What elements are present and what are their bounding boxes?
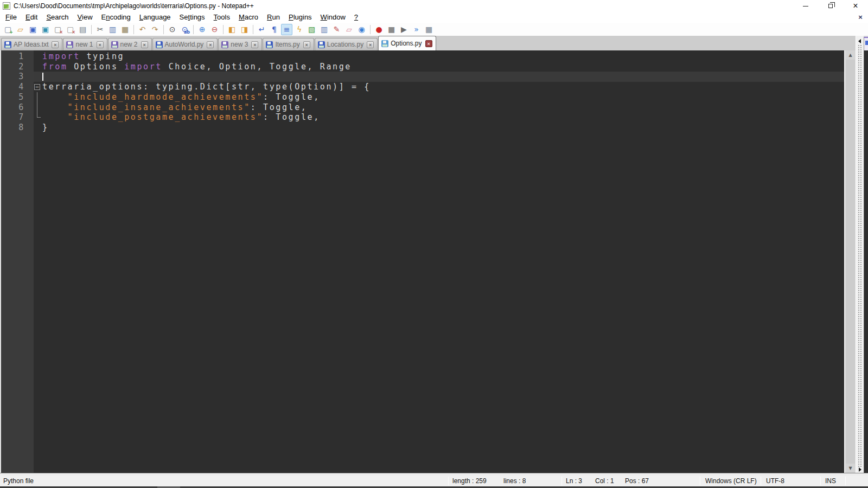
tab-new-2[interactable]: new 2× [108, 38, 152, 50]
macro-save-button[interactable]: ▦ [423, 24, 435, 35]
code-line-5[interactable]: 5 "include_hardmode_achievements": Toggl… [0, 92, 844, 102]
folder-as-workspace-button[interactable]: ▱ [343, 24, 355, 35]
menu-search[interactable]: Search [42, 12, 73, 23]
tab-options-py[interactable]: Options.py× [378, 36, 436, 50]
status-bar: Python file length : 259 lines : 8 Ln : … [0, 476, 868, 486]
new-file-button[interactable]: ▢+ [2, 24, 14, 35]
open-file-button[interactable]: ▱ [15, 24, 26, 35]
menu-language[interactable]: Language [135, 12, 175, 23]
token-plain: } [42, 123, 49, 132]
second-view-tab-fragment[interactable] [864, 37, 868, 50]
redo-button[interactable]: ↷ [149, 24, 161, 35]
scroll-up-icon[interactable]: ▲ [845, 50, 856, 60]
tab-close-icon[interactable]: × [303, 41, 310, 48]
cut-button[interactable]: ✂ [94, 24, 106, 35]
code-line-1[interactable]: 1import typing [0, 52, 844, 62]
close-button[interactable]: ▢× [52, 24, 63, 35]
restore-button[interactable] [818, 0, 843, 12]
menu-?[interactable]: ? [350, 12, 362, 23]
menu-run[interactable]: Run [263, 12, 284, 23]
macro-play-button[interactable]: ▶ [398, 24, 410, 35]
menu-settings[interactable]: Settings [175, 12, 209, 23]
find-button[interactable]: ⊙ [167, 24, 178, 35]
tab-close-icon[interactable]: × [425, 40, 432, 47]
undo-button[interactable]: ↶ [137, 24, 148, 35]
minimize-button[interactable] [793, 0, 818, 12]
document-list-button[interactable]: ▥ [318, 24, 330, 35]
close-button[interactable]: × [843, 0, 868, 12]
tab-autoworld-py[interactable]: AutoWorld.py× [152, 38, 218, 50]
code-line-8[interactable]: 8} [0, 123, 844, 133]
copy-button[interactable]: ▥ [107, 24, 118, 35]
macro-run-multiple-button[interactable]: » [411, 24, 422, 35]
save-button[interactable]: ▣ [27, 24, 39, 35]
tab-close-icon[interactable]: × [207, 41, 214, 48]
close-all-button[interactable]: ▢× [65, 24, 76, 35]
tab-new-3[interactable]: new 3× [218, 38, 262, 50]
tab-ap-ideas-txt[interactable]: AP Ideas.txt× [1, 38, 62, 50]
tab-items-py[interactable]: Items.py× [263, 38, 314, 50]
fold-guide-line [37, 102, 37, 113]
scroll-down-icon[interactable]: ▼ [845, 464, 856, 473]
function-list-button[interactable]: ϟ [293, 24, 305, 35]
tab-close-icon[interactable]: × [141, 41, 148, 48]
word-wrap-button[interactable]: ↵ [256, 24, 267, 35]
file-monitoring-icon: ◉ [358, 25, 365, 33]
tab-locations-py[interactable]: Locations.py× [315, 38, 378, 50]
code-line-7[interactable]: 7 "include_postgame_achievements": Toggl… [0, 112, 844, 123]
fold-margin[interactable]: − [34, 82, 42, 92]
sync-horizontal-button[interactable]: ◨ [239, 24, 250, 35]
document-map-icon: ▧ [308, 25, 315, 33]
menu-macro[interactable]: Macro [234, 12, 263, 23]
splitter-arrow-left-icon[interactable] [858, 39, 861, 43]
indent-guide-icon: ≡ [284, 25, 290, 33]
zoom-in-button[interactable]: ⊕ [196, 24, 208, 35]
menubar-close-button[interactable]: × [856, 12, 865, 22]
menu-tools[interactable]: Tools [209, 12, 234, 23]
tab-close-icon[interactable]: × [97, 41, 104, 48]
menu-file[interactable]: File [1, 12, 21, 23]
code-line-2[interactable]: 2from Options import Choice, Option, Tog… [0, 62, 844, 72]
view-splitter[interactable] [856, 36, 864, 473]
show-all-characters-button[interactable]: ¶ [269, 24, 280, 35]
paste-button[interactable]: ▦ [119, 24, 131, 35]
tab-close-icon[interactable]: × [52, 41, 59, 48]
macro-stop-button[interactable]: ■ [386, 24, 397, 35]
code-line-3[interactable]: 3 [0, 72, 844, 82]
splitter-arrow-right-icon[interactable] [859, 467, 861, 472]
print-button[interactable]: ▤ [77, 24, 88, 35]
document-map-button[interactable]: ▧ [306, 24, 317, 35]
tab-close-icon[interactable]: × [367, 41, 374, 48]
code-line-4[interactable]: 4−terraria_options: typing.Dict[str, typ… [0, 82, 844, 92]
menu-edit[interactable]: Edit [21, 12, 42, 23]
document-switcher-button[interactable]: ✎ [331, 24, 342, 35]
token-plain: typing [80, 52, 124, 61]
tab-close-icon[interactable]: × [251, 41, 258, 48]
indent-guide-button[interactable]: ≡ [281, 24, 292, 35]
minimize-icon [803, 6, 808, 7]
tab-label: new 3 [231, 41, 248, 48]
sync-vertical-button[interactable]: ◧ [226, 24, 238, 35]
menu-window[interactable]: Window [316, 12, 350, 23]
editor[interactable]: 1import typing2from Options import Choic… [0, 50, 844, 473]
zoom-out-button[interactable]: ⊖ [209, 24, 220, 35]
vertical-scrollbar[interactable]: ▲ ▼ [845, 50, 856, 473]
status-divider [761, 477, 761, 485]
file-monitoring-button[interactable]: ◉ [356, 24, 367, 35]
splitter-grip[interactable] [858, 44, 863, 467]
scrollbar-thumb[interactable] [846, 60, 855, 464]
replace-button[interactable]: ⊙ab [179, 24, 190, 35]
code-line-6[interactable]: 6 "include_insane_achievements": Toggle, [0, 102, 844, 113]
status-divider [820, 477, 821, 485]
save-all-button[interactable]: ▣ [40, 24, 51, 35]
menu-encoding[interactable]: Encoding [97, 12, 135, 23]
macro-record-icon: ● [375, 25, 382, 33]
menu-plugins[interactable]: Plugins [284, 12, 316, 23]
save-state-icon [266, 41, 273, 48]
macro-record-button[interactable]: ● [373, 24, 385, 35]
tab-new-1[interactable]: new 1× [63, 38, 107, 50]
status-insert-mode[interactable]: INS [825, 477, 836, 485]
menu-view[interactable]: View [73, 12, 97, 23]
second-view-sliver [864, 36, 868, 473]
notepad-plus-plus-icon [3, 2, 10, 10]
